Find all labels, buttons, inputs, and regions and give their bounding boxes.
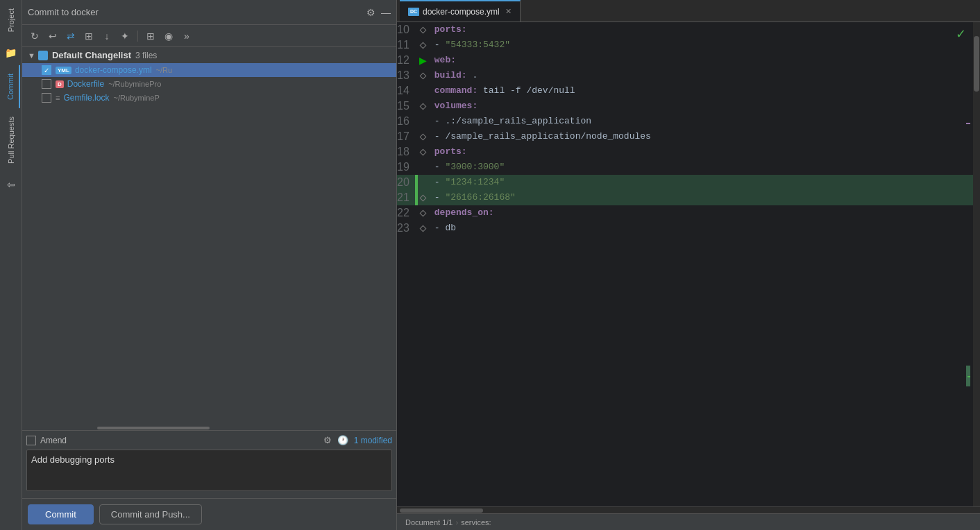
- file-checkbox-dockerfile[interactable]: [42, 79, 51, 89]
- code-editor: ✓ 10 ports: 11: [397, 22, 980, 506]
- amend-label: Amend: [40, 436, 323, 445]
- code-content-13: build: .: [432, 68, 980, 83]
- editor-tab-docker-compose[interactable]: DC docker-compose.yml ✕: [400, 0, 521, 22]
- file-checkbox-gemfile-lock[interactable]: [42, 93, 51, 103]
- gutter-diamond-icon-18: [420, 148, 427, 155]
- code-line-17: 17 - /sample_rails_application/node_modu…: [397, 129, 980, 144]
- eye-button[interactable]: ◉: [160, 28, 177, 44]
- scrollbar-thumb-right[interactable]: [974, 36, 979, 92]
- file-item-docker-compose[interactable]: ✓ YML docker-compose.yml ~/Ru: [22, 63, 396, 77]
- tab-dc-icon: DC: [408, 8, 419, 16]
- sidebar-tab-arrow-icon[interactable]: ⇦: [1, 175, 21, 194]
- lock-icon: ≡: [56, 94, 60, 102]
- horizontal-scrollbar: [397, 506, 980, 513]
- code-content-12: web:: [432, 53, 980, 68]
- settings-icon[interactable]: ⚙: [366, 7, 375, 18]
- amend-settings-icon[interactable]: ⚙: [323, 435, 332, 445]
- sidebar-tab-project[interactable]: Project: [3, 0, 19, 40]
- sidebar-tab-commit[interactable]: Commit: [2, 65, 20, 108]
- code-content-18: ports:: [432, 144, 980, 160]
- amend-history-icon[interactable]: 🕐: [337, 435, 348, 445]
- gutter-diamond-icon-21: [420, 194, 427, 201]
- code-line-20: 20 - "1234:1234": [397, 175, 980, 190]
- gutter-23: [415, 221, 432, 236]
- file-item-gemfile-lock[interactable]: ≡ Gemfile.lock ~/RubymineP: [22, 91, 396, 105]
- sidebar-tabs: Project 📁 Commit Pull Requests ⇦: [0, 0, 22, 530]
- line-number-16: 16: [397, 114, 415, 129]
- code-content-11: - "54333:5432": [432, 37, 980, 53]
- h-scrollbar-thumb[interactable]: [400, 508, 483, 513]
- status-breadcrumb: services:: [461, 518, 491, 527]
- move-changes-button[interactable]: ⇄: [62, 28, 79, 44]
- amend-row: Amend ⚙ 🕐 1 modified: [26, 435, 392, 445]
- code-line-21: 21 - "26166:26168": [397, 190, 980, 205]
- gutter-17: [415, 129, 432, 144]
- changelist-header[interactable]: ▼ Default Changelist 3 files: [22, 47, 396, 63]
- code-valid-icon: ✓: [956, 26, 966, 42]
- changelist-count: 3 files: [135, 51, 157, 60]
- status-document: Document 1/1: [405, 518, 453, 527]
- code-line-22: 22 depends_on:: [397, 205, 980, 221]
- dockerfile-icon: D: [56, 80, 64, 88]
- gutter-diamond-icon-23: [420, 225, 427, 232]
- cherry-pick-button[interactable]: ✦: [117, 28, 133, 44]
- sidebar-tab-folder-icon[interactable]: 📁: [1, 43, 21, 62]
- update-button[interactable]: ↓: [99, 28, 115, 44]
- modified-badge: 1 modified: [354, 436, 392, 445]
- scrollbar-thumb[interactable]: [97, 427, 210, 429]
- code-line-11: 11 - "54333:5432": [397, 37, 980, 53]
- line-number-23: 23: [397, 221, 415, 236]
- line-number-15: 15: [397, 99, 415, 114]
- minimize-icon[interactable]: —: [381, 7, 391, 18]
- amend-checkbox[interactable]: [26, 436, 36, 445]
- tab-close-button[interactable]: ✕: [505, 7, 512, 16]
- code-content-23: - db: [432, 221, 980, 236]
- line-number-19: 19: [397, 160, 415, 175]
- file-path-dockerfile: ~/RubyminePro: [108, 80, 161, 88]
- file-item-dockerfile[interactable]: D Dockerfile ~/RubyminePro: [22, 77, 396, 91]
- code-content-16: - .:/sample_rails_application: [432, 114, 980, 129]
- right-panel: DC docker-compose.yml ✕ ✓ 10 ports:: [397, 0, 980, 530]
- gutter-11: [415, 37, 432, 53]
- file-path-gemfile-lock: ~/RubymineP: [113, 94, 159, 102]
- expand-button[interactable]: ⊞: [142, 28, 159, 44]
- gutter-arrow-icon-12: ▶: [419, 53, 427, 68]
- code-content-19: - "3000:3000": [432, 160, 980, 175]
- gutter-22: [415, 205, 432, 221]
- minimap-teal-marker: [968, 376, 970, 377]
- code-line-18: 18 ports:: [397, 144, 980, 160]
- gutter-diamond-icon-17: [420, 133, 427, 140]
- line-number-12: 12: [397, 53, 415, 68]
- code-lines-container: 10 ports: 11 - "54333:5432": [397, 22, 980, 506]
- refresh-button[interactable]: ↻: [26, 28, 43, 44]
- code-line-10: 10 ports:: [397, 22, 980, 37]
- code-content-17: - /sample_rails_application/node_modules: [432, 129, 980, 144]
- diff-button[interactable]: ⊞: [81, 28, 97, 44]
- file-checkbox-docker-compose[interactable]: ✓: [42, 65, 51, 75]
- line-number-13: 13: [397, 68, 415, 83]
- line-number-21: 21: [397, 190, 415, 205]
- more-button[interactable]: »: [178, 28, 195, 44]
- tab-label: docker-compose.yml: [423, 7, 500, 17]
- file-path-docker-compose: ~/Ru: [156, 66, 173, 74]
- toolbar-separator: [137, 31, 138, 42]
- gutter-10: [415, 22, 432, 37]
- code-content-15: volumes:: [432, 99, 980, 114]
- status-bar: Document 1/1 › services:: [397, 513, 980, 530]
- gutter-diamond-icon-10: [420, 26, 427, 33]
- commit-push-button[interactable]: Commit and Push...: [99, 504, 202, 524]
- undo-button[interactable]: ↩: [44, 28, 61, 44]
- commit-button[interactable]: Commit: [28, 504, 94, 524]
- file-name-docker-compose: docker-compose.yml: [75, 65, 152, 75]
- panel-title: Commit to docker: [28, 7, 361, 17]
- gutter-12: ▶: [415, 53, 432, 68]
- line-number-20: 20: [397, 175, 415, 190]
- line-number-10: 10: [397, 22, 415, 37]
- line-number-17: 17: [397, 129, 415, 144]
- gutter-16: [415, 114, 432, 129]
- yaml-icon: YML: [56, 67, 71, 74]
- code-line-19: 19 - "3000:3000": [397, 160, 980, 175]
- commit-message-input[interactable]: Add debugging ports: [26, 450, 392, 491]
- sidebar-tab-pull-requests[interactable]: Pull Requests: [3, 108, 19, 172]
- panel-header: Commit to docker ⚙ —: [22, 0, 396, 25]
